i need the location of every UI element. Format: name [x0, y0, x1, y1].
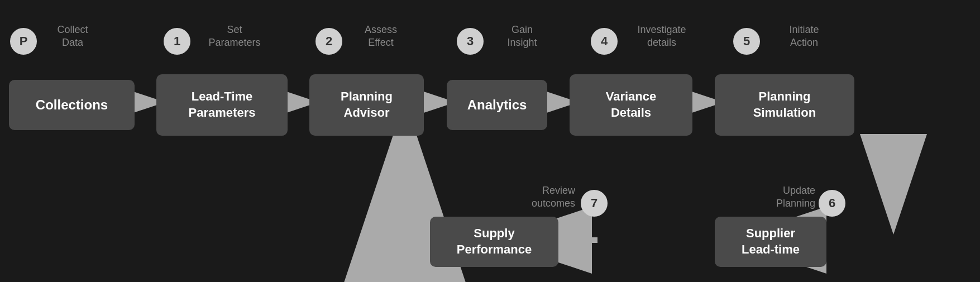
label-collect-data: CollectData [39, 23, 106, 50]
label-update-planning: UpdatePlanning [732, 184, 815, 211]
workflow-diagram: P CollectData 1 SetParameters 2 AssessEf… [0, 0, 980, 282]
label-assess-effect: AssessEffect [347, 23, 414, 50]
node-supply-performance[interactable]: SupplyPerformance [430, 217, 558, 267]
node-planning-simulation[interactable]: PlanningSimulation [715, 74, 854, 136]
label-set-parameters: SetParameters [195, 23, 274, 50]
badge-5: 5 [733, 28, 760, 55]
label-initiate-action: InitiateAction [765, 23, 843, 50]
badge-7: 7 [581, 190, 608, 217]
label-gain-insight: GainInsight [489, 23, 556, 50]
node-collections[interactable]: Collections [9, 80, 135, 130]
node-planning-advisor[interactable]: PlanningAdvisor [309, 74, 424, 136]
node-leadtime-parameters[interactable]: Lead-TimeParameters [156, 74, 288, 136]
node-variance-details[interactable]: VarianceDetails [570, 74, 692, 136]
node-analytics[interactable]: Analytics [447, 80, 547, 130]
badge-6: 6 [819, 190, 845, 217]
badge-4: 4 [591, 28, 618, 55]
label-investigate-details: Investigatedetails [623, 23, 701, 50]
badge-p: P [10, 28, 37, 55]
badge-2: 2 [315, 28, 342, 55]
node-supplier-leadtime[interactable]: SupplierLead-time [715, 217, 826, 267]
label-review-outcomes: Reviewoutcomes [480, 184, 575, 211]
badge-1: 1 [164, 28, 190, 55]
badge-3: 3 [457, 28, 484, 55]
